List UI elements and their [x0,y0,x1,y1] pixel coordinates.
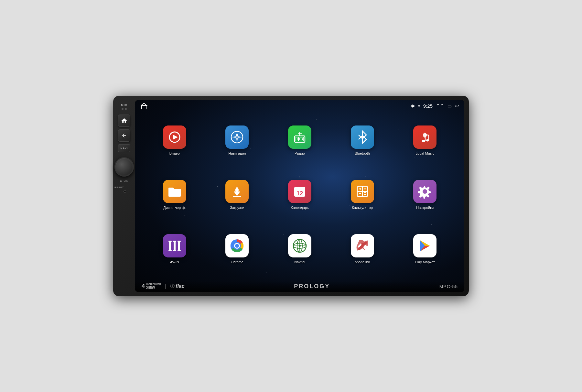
svg-text:12: 12 [296,190,303,197]
mic-label: MIC [121,103,127,107]
app-navitel-icon [288,234,311,257]
app-playmarket[interactable]: Play Маркет [395,223,455,275]
reset-label: RESET [114,186,124,189]
app-bluetooth[interactable]: Bluetooth [333,115,392,166]
app-video-icon [163,125,186,149]
svg-rect-48 [174,241,176,250]
app-bluetooth-label: Bluetooth [355,151,370,155]
app-phonelink-icon [351,234,374,257]
app-video[interactable]: Видео [145,115,204,166]
app-chrome-label: Chrome [231,260,243,264]
app-avin-icon [163,234,186,257]
flac-badge: ⓘ flac [170,283,185,289]
app-avin-label: AV-IN [170,260,179,264]
svg-rect-49 [173,241,176,242]
status-left [140,103,147,109]
bottom-specs: 4 HIGH POWER X55W | ⓘ flac [142,283,185,289]
app-calendar-label: Календарь [291,206,309,210]
app-radio-icon [288,125,311,149]
svg-rect-28 [233,196,241,197]
app-filemanager[interactable]: Диспетчер ф. [145,169,204,220]
flac-label: flac [176,283,185,289]
back-button[interactable] [118,129,130,142]
app-downloads-icon [225,180,249,203]
svg-point-58 [235,244,239,248]
app-settings-label: Настройки [416,206,434,210]
status-right: ✱ ▾ 9:25 ⌃⌃ ▭ ↩ [411,103,459,109]
power-number: 4 [142,283,145,289]
svg-marker-2 [173,135,178,139]
app-calculator-label: Калькулятор [352,206,372,210]
app-settings[interactable]: Настройки [395,169,455,220]
app-radio[interactable]: Радио [270,115,329,166]
power-spec: 4 HIGH POWER X55W [142,283,161,289]
mic-dot-2 [125,108,127,110]
svg-line-20 [359,135,362,139]
app-calendar-icon: 12 12 [288,180,311,203]
volume-knob[interactable] [114,157,134,177]
app-downloads[interactable]: Загрузки [208,169,267,220]
app-playmarket-icon [413,234,436,257]
app-navigation-icon [225,125,249,149]
power-vol-labels: ⏻ VOL [120,180,128,182]
power-label: ⏻ [120,180,122,182]
status-bar: ✱ ▾ 9:25 ⌃⌃ ▭ ↩ [135,100,464,112]
app-localmusic-icon [413,125,436,149]
svg-point-22 [422,140,425,142]
app-navitel-label: Navitel [294,260,305,264]
watt-text: X55W [146,286,161,290]
reset-hole[interactable] [124,190,126,193]
svg-rect-45 [169,241,171,250]
svg-rect-46 [168,241,172,242]
svg-rect-27 [168,190,181,197]
app-calculator[interactable]: Калькулятор [333,169,392,220]
app-playmarket-label: Play Маркет [415,260,435,264]
app-navigation[interactable]: Навигация [208,115,267,166]
app-radio-label: Радио [295,151,305,155]
bluetooth-status-icon: ✱ [411,103,415,109]
brand-name: PROLOGY [294,283,330,290]
high-power-text: HIGH POWER [146,283,161,286]
car-stereo-device: MIC NAVI ⏻ VOL RESET [113,96,469,296]
mic-dot-1 [122,108,124,110]
app-calendar[interactable]: 12 12 Календарь [270,169,329,220]
app-navigation-label: Навигация [228,151,246,155]
navi-button[interactable]: NAVI [118,144,130,152]
reset-section: RESET [113,186,135,193]
vol-label: VOL [124,180,128,182]
screen-wrapper: ✱ ▾ 9:25 ⌃⌃ ▭ ↩ [135,100,464,292]
app-settings-icon [413,180,436,203]
model-text: MPC-55 [439,284,458,289]
chevron-up-icon: ⌃⌃ [436,103,444,109]
app-localmusic[interactable]: Local Music [395,115,455,166]
wifi-icon: ▾ [418,104,420,108]
svg-rect-52 [178,241,181,242]
svg-rect-0 [142,105,146,109]
mic-indicator [122,108,127,110]
apps-grid: Видео Нав [135,112,464,281]
app-calculator-icon [351,180,374,203]
svg-rect-47 [168,250,172,251]
home-button[interactable] [118,114,130,127]
app-downloads-label: Загрузки [230,206,244,210]
svg-rect-51 [178,241,180,250]
svg-point-44 [423,189,427,194]
app-video-label: Видео [169,151,180,155]
app-bluetooth-icon [351,125,374,149]
app-chrome-icon [225,234,249,257]
app-avin[interactable]: AV-IN [145,223,204,275]
app-localmusic-label: Local Music [415,151,434,155]
home-shape-icon [140,103,147,109]
svg-rect-50 [173,250,176,251]
android-screen: ✱ ▾ 9:25 ⌃⌃ ▭ ↩ [135,100,464,292]
left-panel: MIC NAVI ⏻ VOL RESET [113,100,135,292]
app-filemanager-label: Диспетчер ф. [163,206,186,210]
app-navitel[interactable]: Navitel [270,223,329,275]
svg-rect-53 [178,250,181,251]
window-icon: ▭ [447,103,452,109]
app-phonelink[interactable]: phonelink [333,223,392,275]
navi-label: NAVI [121,147,128,150]
bottom-bar: 4 HIGH POWER X55W | ⓘ flac PROLOGY MPC-5… [135,281,464,292]
app-chrome[interactable]: Chrome [208,223,267,275]
app-filemanager-icon [163,180,186,203]
